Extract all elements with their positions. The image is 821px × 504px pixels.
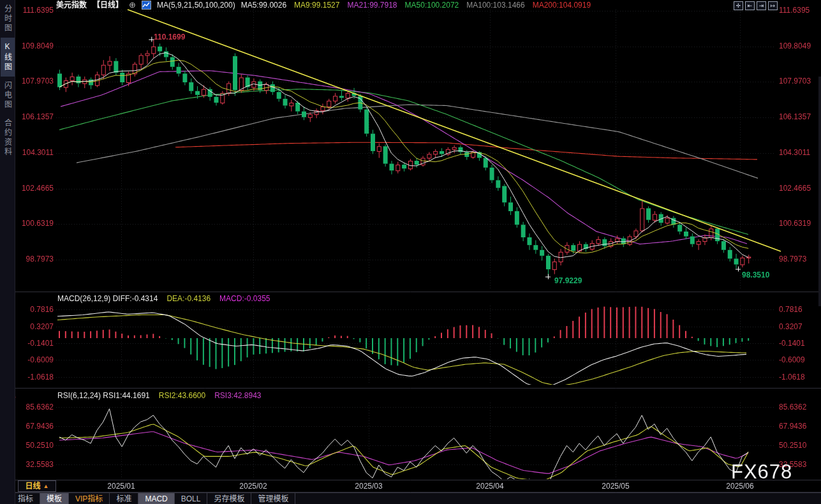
price-axis-label-right: 106.1357 (779, 112, 811, 121)
rsi-axis-label-right: 67.9436 (779, 422, 806, 431)
date-axis-label: 2025/05 (602, 482, 629, 491)
toolbar-tab-1[interactable]: 指标 (11, 493, 40, 504)
ma-value-label: MA100:103.1466 (466, 1, 524, 10)
sidebar-item-4[interactable]: 合约资料 (1, 114, 15, 161)
price-axis-label-right: 109.8049 (779, 41, 811, 50)
settings-icon[interactable]: ⊕ (129, 1, 136, 10)
ma-param-label: MA(5,9,21,50,100,200) (157, 1, 235, 10)
chart-style-icon[interactable] (142, 1, 151, 10)
macd-axis-label-right: 0.7816 (779, 305, 803, 314)
rsi-axis-label-right: 85.6362 (779, 403, 806, 411)
date-axis-label: 2025/06 (726, 482, 753, 491)
price-chart-canvas[interactable] (0, 0, 821, 504)
pan-icon[interactable]: ✛ (734, 1, 743, 10)
go-end-icon[interactable]: ↦ (768, 1, 778, 10)
ma-value-label: MA50:100.2072 (405, 1, 459, 10)
sidebar-item-2[interactable]: K线图 (1, 38, 15, 77)
chart-header: 美元指数 【日线】 ⊕ MA(5,9,21,50,100,200) MA5:99… (56, 1, 591, 10)
ma-value-label: MA200:104.0919 (533, 1, 591, 10)
indicator-toolbar: 指标模板VIP指标标准MACDBOLL另存模板管理模板 (0, 493, 821, 504)
date-axis-label: 2025/03 (355, 482, 382, 491)
price-axis-label-right: 104.3011 (779, 148, 810, 157)
macd-axis-label-right: 0.3207 (779, 322, 803, 331)
rsi-axis-label-right: 50.2510 (779, 441, 806, 450)
interval-selector[interactable]: 日线 ▲ (18, 480, 56, 492)
rsi-header-part: RSI(6,12,24) RSI1:44.1691 (57, 391, 150, 400)
interval-arrow-icon: ▲ (43, 482, 49, 491)
sidebar-item-1[interactable]: 分时图 (1, 0, 15, 38)
low-price-annotation: 97.9229 (554, 276, 582, 285)
ma-values: MA5:99.0026MA9:99.1527MA21:99.7918MA50:1… (241, 1, 591, 10)
rsi-header: RSI(6,12,24) RSI1:44.1691RSI2:43.6600RSI… (57, 391, 262, 400)
toolbar-tab-2[interactable]: 模板 (40, 493, 69, 504)
macd-header-part: MACD:-0.0355 (219, 294, 270, 303)
ma-value-label: MA9:99.1527 (294, 1, 339, 10)
sidebar-item-3[interactable]: 闪电图 (1, 77, 15, 114)
price-axis-label-right: 107.9703 (779, 77, 811, 85)
price-axis-label-right: 100.6319 (779, 219, 811, 228)
chart-nav-icons: ✛⇤⇥↦ (734, 1, 778, 10)
macd-axis-label-right: -0.1401 (779, 339, 805, 348)
toolbar-tab-4[interactable]: 标准 (110, 493, 138, 504)
ma-value-label: MA5:99.0026 (241, 1, 286, 10)
date-axis-label: 2025/01 (107, 482, 135, 491)
last-price-annotation: 98.3510 (742, 271, 769, 279)
interval-label: 日线 (26, 482, 41, 491)
rsi-header-part: RSI2:43.6600 (159, 391, 205, 400)
date-axis-label: 2025/02 (239, 482, 267, 491)
macd-axis-label-right: -1.0618 (779, 373, 805, 382)
toolbar-tab-3[interactable]: VIP指标 (69, 493, 110, 504)
macd-header-part: DEA:-0.4136 (166, 294, 211, 303)
high-price-annotation: 110.1699 (154, 33, 185, 41)
toolbar-tab-6[interactable]: BOLL (175, 493, 208, 504)
toolbar-tab-7[interactable]: 另存模板 (207, 493, 251, 504)
macd-header: MACD(26,12,9) DIFF:-0.4314DEA:-0.4136MAC… (57, 294, 270, 303)
date-axis-label: 2025/04 (476, 482, 503, 491)
price-axis-label-right: 111.6395 (779, 6, 810, 15)
zoom-last-icon[interactable]: ⇥ (757, 1, 766, 10)
price-axis-label-right: 98.7973 (779, 255, 806, 263)
macd-header-part: MACD(26,12,9) DIFF:-0.4314 (57, 294, 158, 303)
price-axis-label-right: 102.4665 (779, 184, 811, 193)
watermark: FX678 (731, 468, 792, 477)
chart-application: 分时图K线图闪电图合约资料 美元指数 【日线】 ⊕ MA(5,9,21,50,1… (0, 0, 821, 504)
toolbar-tab-5[interactable]: MACD (138, 493, 174, 504)
zoom-first-icon[interactable]: ⇤ (745, 1, 755, 10)
toolbar-tab-8[interactable]: 管理模板 (251, 493, 295, 504)
symbol-title: 美元指数 (56, 1, 87, 10)
interval-tag: 【日线】 (92, 1, 123, 10)
rsi-header-part: RSI3:42.8943 (214, 391, 261, 400)
macd-axis-label-right: -0.6009 (779, 355, 805, 364)
ma-value-label: MA21:99.7918 (347, 1, 397, 10)
chart-type-sidebar: 分时图K线图闪电图合约资料 (0, 0, 15, 504)
